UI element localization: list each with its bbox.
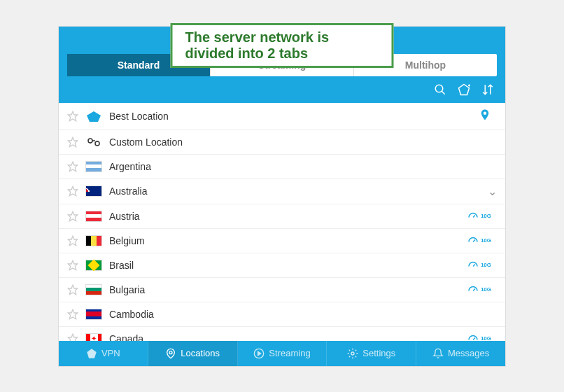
nav-label: Messages bbox=[448, 348, 489, 358]
nav-label: Settings bbox=[362, 348, 395, 358]
svg-point-23 bbox=[351, 352, 354, 355]
play-icon bbox=[253, 348, 265, 359]
location-row[interactable]: ✦Canada10G bbox=[59, 327, 505, 341]
location-row[interactable]: Austria10G bbox=[59, 204, 505, 229]
location-icon bbox=[165, 348, 176, 359]
location-row[interactable]: Best Location bbox=[59, 103, 505, 130]
svg-line-13 bbox=[473, 239, 475, 241]
nav-label: Streaming bbox=[269, 348, 310, 358]
flag-icon bbox=[85, 160, 102, 173]
sort-icon[interactable] bbox=[481, 83, 494, 96]
svg-marker-18 bbox=[68, 309, 77, 318]
bottom-nav: VPN Locations Streaming Settings Message… bbox=[59, 341, 505, 366]
location-row[interactable]: Australia⌄ bbox=[59, 179, 505, 204]
annotation-callout: The server network is divided into 2 tab… bbox=[171, 23, 394, 68]
nav-settings[interactable]: Settings bbox=[327, 341, 416, 366]
svg-marker-9 bbox=[68, 186, 77, 195]
location-name: Belgium bbox=[109, 235, 467, 246]
favorite-star-icon[interactable] bbox=[67, 235, 78, 246]
bell-icon bbox=[432, 348, 444, 359]
location-name: Bulgaria bbox=[109, 284, 467, 295]
location-name: Cambodia bbox=[109, 309, 497, 320]
search-icon[interactable] bbox=[434, 83, 446, 96]
favorite-star-icon[interactable] bbox=[67, 111, 78, 122]
location-list-container: Best LocationCustom LocationArgentinaAus… bbox=[59, 103, 505, 341]
svg-point-7 bbox=[95, 141, 99, 146]
pin-icon bbox=[479, 108, 491, 124]
favorite-star-icon[interactable] bbox=[67, 260, 78, 271]
flag-icon bbox=[85, 284, 102, 296]
location-name: Best Location bbox=[109, 111, 479, 122]
svg-line-1 bbox=[442, 91, 445, 94]
filter-icon[interactable] bbox=[458, 83, 470, 96]
shield-icon bbox=[86, 348, 97, 359]
gear-icon bbox=[347, 348, 358, 359]
location-row[interactable]: Brasil10G bbox=[59, 253, 505, 278]
svg-point-21 bbox=[169, 351, 172, 354]
nav-label: Locations bbox=[181, 348, 220, 358]
speed-10g-badge: 10G bbox=[467, 234, 491, 247]
nav-vpn[interactable]: VPN bbox=[59, 341, 148, 366]
nav-label: VPN bbox=[101, 348, 120, 358]
speed-10g-badge: 10G bbox=[467, 284, 491, 296]
location-row[interactable]: Bulgaria10G bbox=[59, 278, 505, 302]
speed-10g-badge: 10G bbox=[467, 210, 491, 223]
nav-streaming[interactable]: Streaming bbox=[238, 341, 327, 366]
flag-icon bbox=[85, 110, 102, 122]
chevron-down-icon[interactable]: ⌄ bbox=[488, 185, 497, 198]
svg-marker-4 bbox=[68, 111, 77, 120]
favorite-star-icon[interactable] bbox=[67, 136, 78, 148]
location-name: Australia bbox=[109, 186, 484, 197]
location-name: Argentina bbox=[109, 161, 497, 172]
location-row[interactable]: Argentina bbox=[59, 155, 505, 179]
svg-point-0 bbox=[435, 85, 443, 92]
svg-line-20 bbox=[473, 337, 475, 340]
speed-10g-badge: 10G bbox=[467, 332, 491, 341]
nav-locations[interactable]: Locations bbox=[148, 341, 238, 366]
svg-line-17 bbox=[473, 288, 475, 290]
flag-icon bbox=[85, 210, 102, 223]
flag-icon: ✦ bbox=[85, 332, 102, 341]
location-row[interactable]: Belgium10G bbox=[59, 229, 505, 253]
svg-marker-12 bbox=[68, 236, 77, 245]
favorite-star-icon[interactable] bbox=[67, 284, 78, 295]
svg-marker-14 bbox=[68, 260, 77, 270]
svg-point-6 bbox=[88, 139, 92, 143]
flag-icon bbox=[85, 136, 102, 148]
location-name: Custom Location bbox=[109, 136, 497, 148]
flag-icon bbox=[85, 308, 102, 321]
favorite-star-icon[interactable] bbox=[67, 186, 78, 197]
flag-icon bbox=[85, 185, 102, 197]
favorite-star-icon[interactable] bbox=[67, 333, 78, 341]
favorite-star-icon[interactable] bbox=[67, 309, 78, 320]
svg-line-11 bbox=[473, 215, 475, 217]
nav-messages[interactable]: Messages bbox=[416, 341, 505, 366]
svg-marker-8 bbox=[68, 162, 77, 171]
location-name: Brasil bbox=[109, 260, 467, 271]
location-name: Austria bbox=[109, 211, 467, 222]
location-name: Canada bbox=[109, 333, 467, 341]
location-row[interactable]: Cambodia bbox=[59, 302, 505, 327]
favorite-star-icon[interactable] bbox=[67, 211, 78, 222]
svg-marker-10 bbox=[68, 211, 77, 220]
app-window: The server network is divided into 2 tab… bbox=[58, 26, 506, 367]
svg-marker-5 bbox=[68, 137, 77, 146]
svg-marker-16 bbox=[68, 285, 77, 294]
favorite-star-icon[interactable] bbox=[67, 161, 78, 172]
svg-marker-19 bbox=[68, 334, 77, 341]
flag-icon bbox=[85, 259, 102, 272]
svg-line-15 bbox=[473, 264, 475, 266]
flag-icon bbox=[85, 234, 102, 247]
toolbar bbox=[59, 76, 505, 103]
location-list[interactable]: Best LocationCustom LocationArgentinaAus… bbox=[59, 103, 505, 341]
location-row[interactable]: Custom Location bbox=[59, 130, 505, 155]
speed-10g-badge: 10G bbox=[467, 259, 491, 272]
